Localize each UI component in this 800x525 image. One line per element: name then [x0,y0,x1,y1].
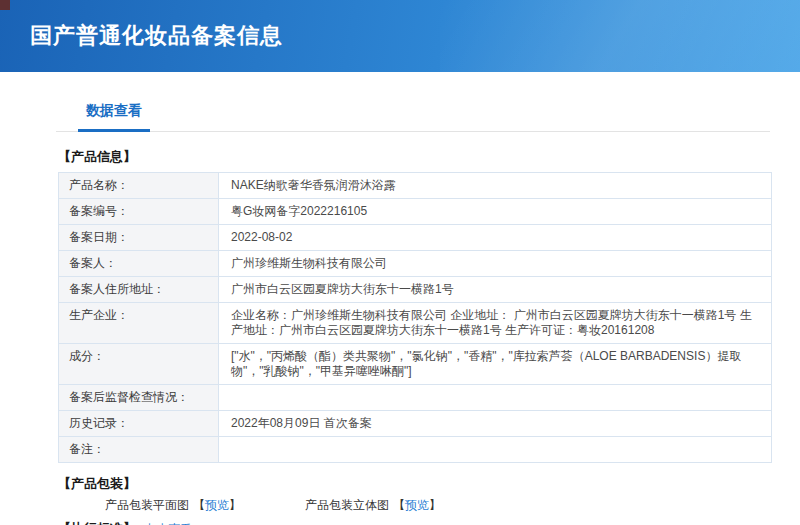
table-row: 成分： ["水"，"丙烯酸（酯）类共聚物"，"氯化钠"，"香精"，"库拉索芦荟（… [59,344,771,385]
package-stereo-label: 产品包装立体图 [305,497,389,514]
table-row: 备案后监督检查情况： [59,385,771,411]
row-label: 产品名称： [59,173,219,198]
tab-bar: 数据查看 [56,98,770,132]
exec-standard-view-link[interactable]: 点击查看 [144,521,192,525]
row-label: 备案人住所地址： [59,277,219,302]
row-label: 备案后监督检查情况： [59,385,219,410]
row-value: 企业名称：广州珍维斯生物科技有限公司 企业地址： 广州市白云区园夏牌坊大街东十一… [219,303,771,343]
row-label: 备案编号： [59,199,219,224]
table-row: 备案人住所地址： 广州市白云区园夏牌坊大街东十一横路1号 [59,277,771,303]
row-label: 成分： [59,344,219,384]
table-row: 备注： [59,437,771,463]
exec-standard-row: 【执行标准】 点击查看 [58,520,800,525]
row-label: 生产企业： [59,303,219,343]
row-label: 历史记录： [59,411,219,436]
package-flat-preview-link[interactable]: 预览 [205,497,229,514]
row-value: 广州市白云区园夏牌坊大街东十一横路1号 [219,277,771,302]
row-label: 备案日期： [59,225,219,250]
page-banner: 国产普通化妆品备案信息 [0,0,800,72]
row-label: 备案人： [59,251,219,276]
table-row: 备案日期： 2022-08-02 [59,225,771,251]
table-row: 产品名称： NAKE纳歌奢华香氛润滑沐浴露 [59,173,771,199]
page-title: 国产普通化妆品备案信息 [30,21,283,51]
product-info-section-title: 【产品信息】 [58,148,800,166]
bracket-close: 】 [229,497,241,514]
bracket-close: 】 [429,497,441,514]
row-value: 粤G妆网备字2022216105 [219,199,771,224]
package-flat-label: 产品包装平面图 [105,497,189,514]
bracket-open: 【 [193,497,205,514]
row-value [219,437,771,462]
banner-sheen [440,0,800,72]
row-value: 2022年08月09日 首次备案 [219,411,771,436]
row-label: 备注： [59,437,219,462]
row-value: NAKE纳歌奢华香氛润滑沐浴露 [219,173,771,198]
exec-standard-section-title: 【执行标准】 [58,520,136,525]
corner-decoration [0,0,10,10]
product-package-section-title: 【产品包装】 [58,475,800,493]
row-value: 广州珍维斯生物科技有限公司 [219,251,771,276]
tab-data-view[interactable]: 数据查看 [78,98,150,132]
row-value: 2022-08-02 [219,225,771,250]
table-row: 备案人： 广州珍维斯生物科技有限公司 [59,251,771,277]
bracket-open: 【 [393,497,405,514]
row-value [219,385,771,410]
row-value: ["水"，"丙烯酸（酯）类共聚物"，"氯化钠"，"香精"，"库拉索芦荟（ALOE… [219,344,771,384]
product-info-table: 产品名称： NAKE纳歌奢华香氛润滑沐浴露 备案编号： 粤G妆网备字202221… [58,172,772,463]
package-stereo-preview-link[interactable]: 预览 [405,497,429,514]
table-row: 生产企业： 企业名称：广州珍维斯生物科技有限公司 企业地址： 广州市白云区园夏牌… [59,303,771,344]
table-row: 历史记录： 2022年08月09日 首次备案 [59,411,771,437]
table-row: 备案编号： 粤G妆网备字2022216105 [59,199,771,225]
package-preview-line: 产品包装平面图 【预览】 产品包装立体图 【预览】 [105,497,800,514]
